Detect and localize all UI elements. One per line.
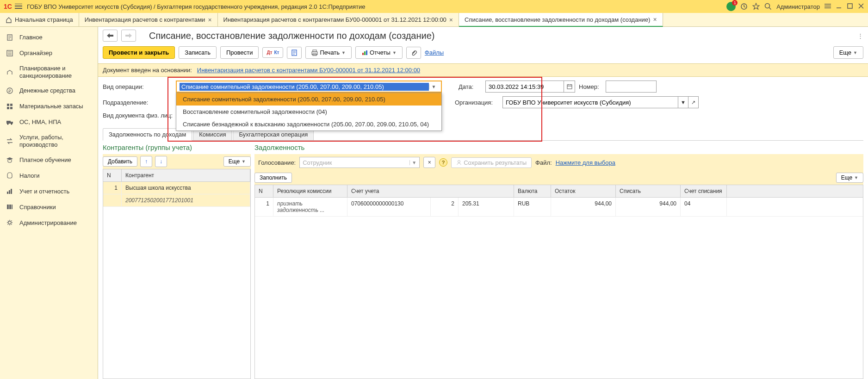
table-row-sub[interactable]: 2007712502001771201001 [103,194,250,207]
tab-close-icon[interactable]: × [653,16,657,23]
phys-doc-label: Вид документа физ. лиц: [103,112,173,119]
sidebar-item-taxes[interactable]: Налоги [0,168,98,183]
emblem-icon [6,171,14,180]
sidebar-item-label: Платное обучение [19,156,71,164]
add-button[interactable]: Добавить [103,156,137,167]
svg-rect-11 [10,107,12,109]
dropdown-option-2[interactable]: Списание безнадежной к взысканию задолже… [176,118,441,130]
number-input[interactable] [606,81,657,93]
calendar-button[interactable] [564,81,575,93]
sidebar-item-label: Учет и отчетность [19,188,69,195]
svg-rect-8 [7,104,9,106]
svg-rect-17 [9,190,10,194]
cp-more-button[interactable]: Еще ▼ [223,156,251,167]
sidebar-item-label: Денежные средства [19,87,75,94]
save-button[interactable]: Записать [179,46,217,59]
clear-voting-button[interactable]: × [423,157,435,168]
tab-writeoff[interactable]: Списание, восстановление задолженности п… [459,13,663,27]
table-row[interactable]: 1 признать задолженность ... 07060000000… [255,198,863,217]
minimize-icon[interactable] [836,3,842,11]
svg-point-31 [458,161,460,163]
move-up-button[interactable]: ↑ [140,156,152,167]
tab-home[interactable]: Начальная страница [0,13,79,26]
search-icon[interactable] [764,3,772,10]
tab-label: Инвентаризация расчетов с контрагентами … [223,16,446,23]
sidebar-item-money[interactable]: ₽ Денежные средства [0,83,98,99]
sidebar-item-education[interactable]: Платное обучение [0,152,98,168]
svg-point-22 [8,221,11,224]
file-link[interactable]: Нажмите для выбора [556,159,615,166]
more-actions-icon[interactable]: ⋮ [857,32,863,39]
more-button[interactable]: Еще ▼ [833,46,863,59]
date-input[interactable] [485,81,564,93]
tab-home-label: Начальная страница [15,16,73,23]
sidebar-item-label: Налоги [19,172,40,180]
attach-button[interactable] [406,47,421,59]
print-icon [311,50,318,56]
close-icon[interactable] [858,3,864,11]
tab-close-icon[interactable]: × [449,16,453,24]
tab-label: Списание, восстановление задолженности п… [465,16,650,23]
grad-icon [6,155,14,164]
logo-1c: 1C [4,3,12,10]
settings-icon[interactable] [825,4,831,9]
sidebar-item-accounting[interactable]: Учет и отчетность [0,183,98,199]
post-button[interactable]: Провести [220,46,259,59]
sidebar-item-admin[interactable]: Администрирование [0,215,98,230]
sidebar-item-assets[interactable]: ОС, НМА, НПА [0,114,98,130]
files-link[interactable]: Файлы [425,49,444,56]
dt-kt-button[interactable]: ДтКт [262,47,283,58]
debt-more-button[interactable]: Еще ▼ [836,173,863,183]
notification-badge[interactable]: 1 [726,2,736,11]
svg-rect-18 [11,189,12,194]
nav-back-button[interactable] [103,30,118,42]
fill-button[interactable]: Заполнить [254,173,292,183]
col-bal: Остаток [551,185,616,197]
history-icon[interactable] [740,3,748,10]
col-n: N [103,169,122,181]
sidebar-item-label: Материальные запасы [19,103,83,110]
report-icon [361,50,368,56]
op-type-select[interactable]: Списание сомнительной задолженности (205… [176,81,442,93]
org-input[interactable] [502,96,678,108]
help-icon[interactable]: ? [439,158,447,167]
debt-title: Задолженность [254,141,863,154]
move-down-button[interactable]: ↓ [155,156,167,167]
op-type-dropdown: Списание сомнительной задолженности (205… [176,93,442,131]
dropdown-arrow-icon[interactable]: ▼ [429,84,438,89]
sidebar-item-organizer[interactable]: Органайзер [0,45,98,61]
dropdown-arrow-icon[interactable]: ▼ [409,160,416,165]
reports-button[interactable]: Отчеты ▼ [355,46,403,59]
tab-inv2[interactable]: Инвентаризация расчетов с контрагентами … [218,13,459,26]
counterparties-table: N Контрагент 1 Высшая школа искусства 20… [103,169,251,379]
doc-list-button[interactable] [287,47,302,59]
voting-employee-input[interactable]: Сотрудник ▼ [299,157,420,168]
dropdown-option-1[interactable]: Восстановление сомнительной задолженност… [176,106,441,118]
user-name[interactable]: Администратор [776,3,820,10]
basis-link[interactable]: Инвентаризация расчетов с контрагентами … [197,67,420,74]
org-open-button[interactable]: ↗ [688,96,699,108]
hamburger-icon[interactable] [15,4,22,9]
voting-label: Голосование: [258,159,296,166]
books-icon [6,203,14,211]
sidebar-item-services[interactable]: Услуги, работы, производство [0,130,98,152]
nav-forward-button[interactable] [121,30,136,42]
sidebar-item-materials[interactable]: Материальные запасы [0,99,98,114]
tab-inv1[interactable]: Инвентаризация расчетов с контрагентами … [79,13,218,26]
org-dropdown-button[interactable]: ▼ [678,96,688,108]
post-close-button[interactable]: Провести и закрыть [103,46,175,59]
sidebar-item-label: Услуги, работы, производство [19,134,92,148]
maximize-icon[interactable] [847,3,853,11]
print-button[interactable]: Печать ▼ [305,46,352,59]
dropdown-option-0[interactable]: Списание сомнительной задолженности (205… [176,93,441,106]
table-row[interactable]: 1 Высшая школа искусства [103,182,250,194]
basis-label: Документ введен на основании: [103,67,192,74]
svg-text:₽: ₽ [8,89,11,93]
sidebar-item-main[interactable]: Главное [0,30,98,45]
sidebar-item-planning[interactable]: Планирование и санкционирование [0,61,98,83]
sidebar-item-refs[interactable]: Справочники [0,199,98,215]
save-results-button[interactable]: Сохранить результаты [451,157,532,168]
sidebar: Главное Органайзер Планирование и санкци… [0,27,98,379]
tab-close-icon[interactable]: × [208,16,211,24]
star-icon[interactable] [752,3,760,10]
